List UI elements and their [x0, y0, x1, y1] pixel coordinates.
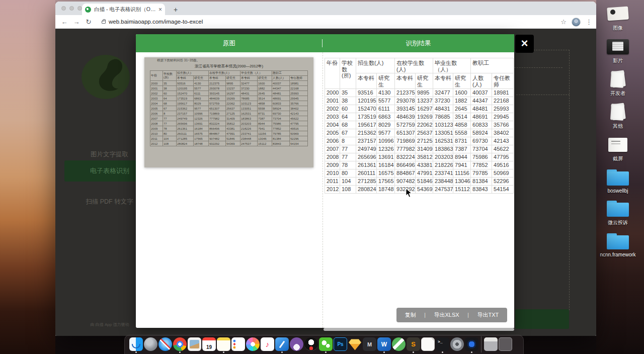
docs-icon: [606, 103, 630, 121]
dock-item-photoshop[interactable]: Ps: [333, 336, 348, 352]
table-cell: 8: [340, 137, 356, 145]
dock-item-typora[interactable]: [421, 336, 435, 352]
table-cell: 2009: [325, 161, 340, 169]
table-cell: 27125: [416, 137, 433, 145]
dock-item-preview[interactable]: [187, 336, 202, 352]
export-txt-button[interactable]: 导出TXT: [477, 311, 499, 319]
table-cell: 78685: [433, 113, 453, 121]
recognize-button-dimmed[interactable]: [515, 309, 569, 329]
dock: 19♪PsMWS>_: [124, 335, 524, 354]
table-row: 2007772497491232677798231409183863738773…: [325, 145, 514, 153]
table-cell: 79785: [471, 169, 492, 177]
table-cell: 2002: [150, 91, 163, 96]
table-cell: 5577: [194, 86, 209, 91]
export-xlsx-button[interactable]: 导出XLSX: [434, 311, 459, 319]
window-maximize-button[interactable]: [77, 6, 82, 11]
table-row: 2005672153629577651307256371330515558589…: [325, 129, 514, 137]
header-cell: 研究生: [453, 73, 471, 88]
table-cell: 52296: [290, 136, 308, 141]
table-cell: 237157: [177, 111, 194, 116]
dock-item-sysprefs[interactable]: [450, 336, 464, 352]
desktop-icon-开发者[interactable]: 开发者: [592, 70, 644, 97]
dock-item-chrome[interactable]: [173, 336, 187, 352]
forward-icon[interactable]: →: [70, 18, 83, 26]
table-cell: 51846: [416, 177, 433, 185]
dock-item-photos[interactable]: [246, 336, 260, 352]
dock-item-github[interactable]: [289, 336, 304, 352]
table-cell: 2002: [325, 105, 340, 113]
dock-item-sketch[interactable]: [348, 336, 362, 352]
table-cell: 261361: [177, 126, 194, 131]
table-cell: 8: [163, 111, 177, 116]
header-cell: 本专科: [177, 76, 194, 81]
modal-close-button[interactable]: ×: [515, 35, 534, 53]
dock-item-mweb[interactable]: M: [362, 336, 377, 352]
dock-item-xcode[interactable]: [275, 336, 289, 352]
dock-item-qq[interactable]: [304, 336, 318, 352]
reload-icon[interactable]: ↻: [83, 18, 95, 26]
table-row: 2003641735196863484639192697868535144869…: [325, 113, 514, 121]
table-cell: 81384: [272, 136, 290, 141]
dock-item-launchpad[interactable]: [143, 336, 158, 352]
table-cell: 9577: [194, 106, 209, 111]
tab-close-icon[interactable]: ×: [158, 6, 162, 13]
folder-icon: [606, 232, 630, 250]
new-tab-button[interactable]: +: [170, 4, 181, 15]
desktop-icon-图像[interactable]: 图像: [592, 5, 644, 32]
table-cell: 64: [340, 113, 356, 121]
dock-item-trash[interactable]: [498, 336, 513, 352]
table-cell: 64: [163, 96, 177, 101]
table-row: 2004681956178029572759220621031234858608…: [325, 121, 514, 129]
dock-item-word[interactable]: W: [377, 336, 391, 352]
desktop-icon-影片[interactable]: 影片: [592, 38, 644, 64]
dock-item-finder[interactable]: [129, 336, 143, 352]
back-icon[interactable]: ←: [58, 18, 70, 26]
profile-avatar[interactable]: [572, 18, 581, 27]
table-cell: 195617: [177, 101, 194, 106]
header-cell: 教职工: [272, 71, 308, 76]
terminal-icon: >_: [436, 337, 449, 351]
table-cell: 11156: [453, 169, 471, 177]
table-row: 2002601524706111393145162974843126454848…: [150, 91, 308, 96]
desktop-icon-label: 其他: [592, 123, 644, 130]
dock-item-sublime[interactable]: S: [406, 336, 421, 352]
desktop-icon-微云投诉[interactable]: 微云投诉: [592, 200, 644, 226]
table-row: 2003641735196863484639192697868535144869…: [150, 96, 308, 101]
desktop-icon-ncnn.framework[interactable]: ncnn.framework: [592, 232, 644, 257]
desktop-icon-其他[interactable]: 其他: [592, 103, 644, 130]
browser-menu-icon[interactable]: ⋮: [586, 18, 592, 26]
photoshop-icon: Ps: [334, 337, 347, 351]
copy-button[interactable]: 复制: [405, 311, 416, 319]
horizontal-scrollbar[interactable]: [324, 328, 514, 331]
table-cell: 68: [163, 101, 177, 106]
table-cell: 133051: [240, 106, 258, 111]
launchpad-icon: [144, 337, 157, 351]
panel-divider: [323, 52, 323, 328]
dock-item-calendar[interactable]: 19: [202, 336, 216, 352]
dock-item-music[interactable]: ♪: [260, 336, 275, 352]
dock-item-blueswirl[interactable]: [464, 336, 479, 352]
dock-item-notes[interactable]: [216, 336, 231, 352]
scan-note-text: 根据下面材料回答 31~35题。: [157, 58, 310, 63]
header-cell: 毕业生数（人）: [240, 71, 272, 76]
table-cell: 78: [340, 161, 356, 169]
desktop-icon-boswellbj[interactable]: boswellbj: [592, 168, 644, 194]
table-cell: 29945: [290, 96, 308, 101]
window-close-button[interactable]: [61, 6, 66, 11]
dock-item-safari[interactable]: [158, 336, 173, 352]
dock-item-wechat[interactable]: [318, 336, 333, 352]
table-cell: 8731: [453, 137, 471, 145]
dock-item-terminal[interactable]: >_: [435, 336, 450, 352]
bookmark-star-icon[interactable]: ☆: [560, 18, 567, 26]
browser-tab[interactable]: 白描 - 电子表格识别（OCR） ×: [82, 4, 165, 15]
dock-item-plane[interactable]: [391, 336, 406, 352]
dock-item-downloads[interactable]: [484, 336, 498, 352]
table-cell: 93516: [356, 88, 377, 97]
window-minimize-button[interactable]: [69, 6, 74, 11]
table-cell: 75986: [471, 153, 492, 161]
address-bar[interactable]: web.baimiaoapp.com/image-to-excel: [109, 19, 203, 25]
desktop-icon-截屏[interactable]: 截屏: [592, 136, 644, 162]
table-cell: 77852: [272, 126, 290, 131]
running-indicator: [281, 351, 283, 353]
dock-item-reminders[interactable]: [231, 336, 246, 352]
